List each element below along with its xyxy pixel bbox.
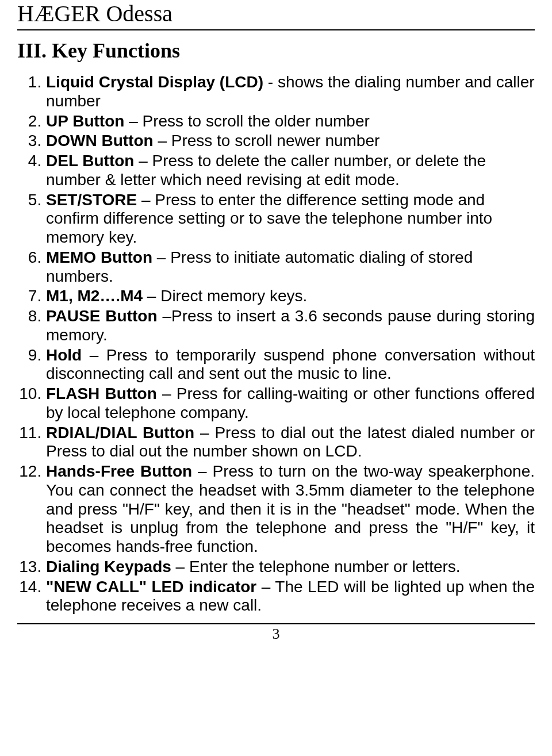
document-page: HÆGER Odessa III. Key Functions Liquid C… bbox=[0, 0, 552, 643]
item-label: RDIAL/DIAL Button bbox=[46, 424, 194, 442]
item-label: M1, M2….M4 bbox=[46, 287, 143, 305]
list-item: RDIAL/DIAL Button – Press to dial out th… bbox=[46, 424, 535, 462]
list-item: Liquid Crystal Display (LCD) - shows the… bbox=[46, 73, 535, 111]
page-title: HÆGER Odessa bbox=[17, 0, 535, 27]
list-item: SET/STORE – Press to enter the differenc… bbox=[46, 191, 535, 247]
item-label: PAUSE Button bbox=[46, 307, 158, 325]
item-label: DOWN Button bbox=[46, 132, 154, 149]
top-divider bbox=[17, 29, 535, 30]
item-desc: – Press to scroll the older number bbox=[124, 112, 369, 130]
item-label: Liquid Crystal Display (LCD) bbox=[46, 73, 263, 91]
item-label: Hands-Free Button bbox=[46, 462, 192, 480]
list-item: DOWN Button – Press to scroll newer numb… bbox=[46, 132, 535, 151]
list-item: "NEW CALL" LED indicator – The LED will … bbox=[46, 578, 535, 616]
item-desc: – Enter the telephone number or letters. bbox=[171, 558, 461, 575]
list-item: Hands-Free Button – Press to turn on the… bbox=[46, 462, 535, 557]
list-item: Dialing Keypads – Enter the telephone nu… bbox=[46, 558, 535, 577]
list-item: MEMO Button – Press to initiate automati… bbox=[46, 248, 535, 286]
item-desc: – Press to temporarily suspend phone con… bbox=[46, 346, 535, 383]
list-item: PAUSE Button –Press to insert a 3.6 seco… bbox=[46, 307, 535, 345]
item-label: MEMO Button bbox=[46, 248, 152, 266]
list-item: UP Button – Press to scroll the older nu… bbox=[46, 112, 535, 131]
list-item: Hold – Press to temporarily suspend phon… bbox=[46, 346, 535, 384]
section-heading: III. Key Functions bbox=[17, 39, 535, 63]
item-label: Hold bbox=[46, 346, 82, 364]
item-label: SET/STORE bbox=[46, 191, 137, 209]
bottom-divider bbox=[17, 623, 535, 624]
list-item: M1, M2….M4 – Direct memory keys. bbox=[46, 287, 535, 306]
item-label: DEL Button bbox=[46, 152, 134, 170]
item-label: Dialing Keypads bbox=[46, 558, 171, 575]
key-functions-list: Liquid Crystal Display (LCD) - shows the… bbox=[17, 73, 535, 615]
list-item: FLASH Button – Press for calling-waiting… bbox=[46, 385, 535, 423]
list-item: DEL Button – Press to delete the caller … bbox=[46, 152, 535, 190]
item-label: "NEW CALL" LED indicator bbox=[46, 578, 256, 596]
item-label: FLASH Button bbox=[46, 385, 157, 402]
item-desc: – Direct memory keys. bbox=[143, 287, 307, 305]
page-number: 3 bbox=[17, 625, 535, 643]
item-desc: – Press to scroll newer number bbox=[154, 132, 380, 149]
item-label: UP Button bbox=[46, 112, 124, 130]
